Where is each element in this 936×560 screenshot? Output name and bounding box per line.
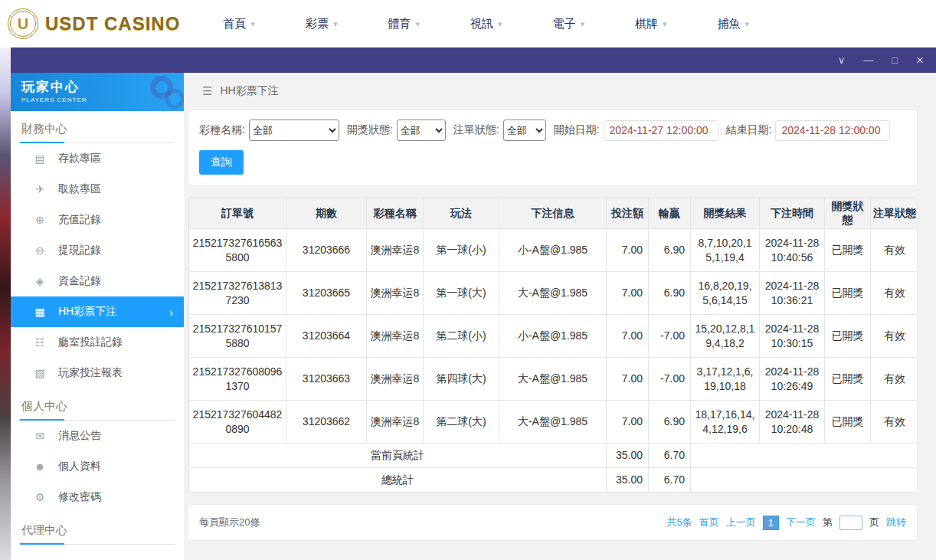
nav-item-label: 捕魚 <box>718 17 741 31</box>
draw-status-select[interactable]: 全部 <box>397 120 446 141</box>
sidebar-item-hh-lottery-bets[interactable]: ▦ HH彩票下注 › <box>11 296 184 327</box>
cell-play: 第一球(小) <box>424 229 499 272</box>
goto-page-suffix: 页 <box>869 516 879 529</box>
cell-lottery: 澳洲幸运8 <box>367 229 424 272</box>
sidebar-item-recharge-record[interactable]: ⊕ 充值記錄 <box>11 205 184 235</box>
notice-icon: ✉ <box>34 430 46 442</box>
chevron-down-icon: ▾ <box>498 19 502 29</box>
current-page-badge[interactable]: 1 <box>763 516 779 530</box>
sidebar-item-player-report[interactable]: ▧ 玩家投注報表 <box>11 358 184 388</box>
table-row: 2152173276101575880 31203664 澳洲幸运8 第二球(小… <box>189 315 918 358</box>
cell-win: -7.00 <box>649 358 691 401</box>
cell-order-id: 2152173276080961370 <box>189 358 286 401</box>
bets-table: 訂單號 期數 彩種名稱 玩法 下注信息 投注額 輸贏 開獎結果 下注時間 開獎狀… <box>188 198 918 493</box>
sidebar-item-withdraw[interactable]: ✈ 取款專區 <box>11 174 184 205</box>
nav-item-slots[interactable]: 電子▾ <box>552 17 584 31</box>
page-total-empty <box>691 444 918 468</box>
hamburger-menu-icon[interactable]: ☰ <box>202 84 212 98</box>
chevron-down-icon: ▾ <box>745 19 750 29</box>
top-navbar: U USDT CASINO 首頁▾ 彩票▾ 體育▾ 視訊▾ 電子▾ 棋牌▾ 捕魚… <box>0 0 936 47</box>
section-title-agent: 代理中心 <box>20 513 175 545</box>
cell-draw-status: 已開獎 <box>825 401 871 444</box>
cell-amount: 7.00 <box>607 358 649 401</box>
table-row: 2152173276165635800 31203666 澳洲幸运8 第一球(小… <box>189 229 918 272</box>
page-jump-input[interactable] <box>839 516 862 530</box>
cell-period: 31203663 <box>286 358 367 401</box>
nav-item-lottery[interactable]: 彩票▾ <box>306 17 338 31</box>
cell-amount: 7.00 <box>607 315 649 358</box>
hh-lottery-icon: ▦ <box>34 306 46 318</box>
sidebar-header-decoration <box>150 76 173 99</box>
chevron-down-icon: ▾ <box>663 19 667 29</box>
sidebar-item-profile[interactable]: ☻ 個人資料 <box>11 451 184 482</box>
total-count-text: 共5条 <box>667 516 692 529</box>
first-page-link[interactable]: 首页 <box>699 516 719 529</box>
logo-badge-icon: U <box>8 8 38 39</box>
window-maximize-button[interactable]: □ <box>892 55 898 65</box>
page-total-label: 當前頁統計 <box>189 444 607 468</box>
cell-bet-status: 有效 <box>871 229 918 272</box>
logo-text: USDT CASINO <box>45 13 180 34</box>
chevron-down-icon: ▾ <box>580 19 584 29</box>
search-button[interactable]: 查詢 <box>199 150 244 175</box>
nav-item-label: 彩票 <box>306 17 329 31</box>
section-title-personal: 個人中心 <box>20 388 175 421</box>
nav-item-home[interactable]: 首頁▾ <box>223 17 255 31</box>
window-collapse-button[interactable]: ∨ <box>838 55 846 65</box>
end-date-label: 結束日期: <box>726 123 772 137</box>
bet-status-label: 注單狀態: <box>453 123 499 137</box>
prev-page-link[interactable]: 上一页 <box>726 516 756 529</box>
chevron-right-icon: › <box>169 306 173 319</box>
goto-page-prefix: 第 <box>823 516 833 529</box>
page-title: HH彩票下注 <box>220 84 278 98</box>
col-header-win: 輸贏 <box>649 198 691 229</box>
col-header-time: 下注時間 <box>760 198 825 229</box>
withdraw-record-icon: ⊖ <box>34 244 46 257</box>
cell-bet-status: 有效 <box>871 358 918 401</box>
col-header-result: 開獎結果 <box>691 198 760 229</box>
sidebar-item-change-password[interactable]: ⚙ 修改密碼 <box>11 482 184 513</box>
cell-play: 第一球(大) <box>424 272 499 315</box>
cell-period: 31203662 <box>286 401 367 444</box>
window-close-button[interactable]: × <box>916 54 924 67</box>
background-image-strip <box>0 47 11 560</box>
sidebar-item-label: 消息公告 <box>58 429 101 443</box>
sidebar-item-withdraw-record[interactable]: ⊖ 提現記錄 <box>11 235 184 266</box>
nav-item-fishing[interactable]: 捕魚▾ <box>718 17 750 31</box>
cell-bet-info: 大-A盤@1.985 <box>499 401 607 444</box>
cell-bet-info: 小-A盤@1.985 <box>499 315 607 358</box>
col-header-bet-info: 下注信息 <box>499 198 607 229</box>
cell-period: 31203666 <box>286 229 367 272</box>
nav-item-cards[interactable]: 棋牌▾ <box>635 17 667 31</box>
cell-period: 31203664 <box>286 315 367 358</box>
nav-item-label: 視訊 <box>470 17 493 31</box>
sidebar-item-notices[interactable]: ✉ 消息公告 <box>11 421 184 451</box>
col-header-play: 玩法 <box>424 198 499 229</box>
bet-status-select[interactable]: 全部 <box>503 120 546 141</box>
site-logo[interactable]: U USDT CASINO <box>8 8 180 39</box>
cell-amount: 7.00 <box>607 272 649 315</box>
lottery-name-select[interactable]: 全部 <box>249 120 339 141</box>
page-size-text: 每頁顯示20條 <box>199 516 260 529</box>
cell-result: 18,17,16,14,4,12,19,6 <box>691 401 760 444</box>
cell-win: 6.90 <box>649 401 691 444</box>
sidebar-item-label: 充值記錄 <box>58 213 101 227</box>
start-date-input[interactable] <box>604 120 718 141</box>
sidebar-item-funds-record[interactable]: ◈ 資金記錄 <box>11 266 184 296</box>
recharge-record-icon: ⊕ <box>34 214 46 226</box>
end-date-input[interactable] <box>775 120 890 141</box>
chevron-down-icon: ▾ <box>250 19 255 29</box>
nav-item-video[interactable]: 視訊▾ <box>470 17 502 31</box>
cell-play: 第二球(大) <box>424 401 499 444</box>
cell-lottery: 澳洲幸运8 <box>367 315 424 358</box>
cell-play: 第二球(小) <box>424 315 499 358</box>
sidebar-item-hall-bet-record[interactable]: ☷ 廳室投註記錄 <box>11 327 184 358</box>
cell-time: 2024-11-28 10:26:49 <box>760 358 825 401</box>
nav-item-label: 首頁 <box>223 17 246 31</box>
jump-button[interactable]: 跳转 <box>886 516 906 529</box>
window-minimize-button[interactable]: — <box>863 55 873 65</box>
sidebar-item-deposit[interactable]: ▤ 存款專區 <box>11 143 184 174</box>
next-page-link[interactable]: 下一页 <box>786 516 816 529</box>
nav-item-sports[interactable]: 體育▾ <box>388 17 420 31</box>
app-body: 玩家中心 PLAYERS CENTER 財務中心 ▤ 存款專區 ✈ 取款專區 ⊕… <box>11 73 936 560</box>
